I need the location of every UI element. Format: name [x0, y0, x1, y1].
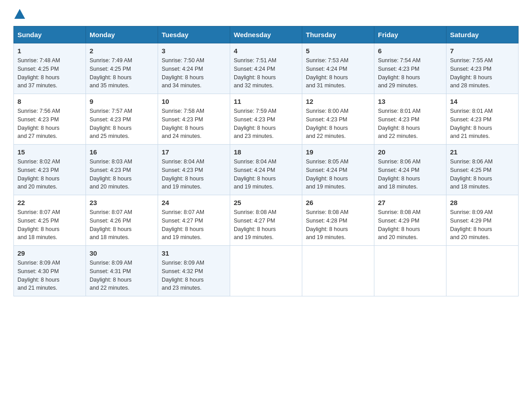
day-info: Sunrise: 8:03 AMSunset: 4:23 PMDaylight:… — [90, 158, 132, 190]
calendar-day-cell: 17 Sunrise: 8:04 AMSunset: 4:23 PMDaylig… — [158, 145, 230, 195]
calendar-day-cell: 12 Sunrise: 8:00 AMSunset: 4:23 PMDaylig… — [302, 94, 374, 145]
calendar-day-cell: 21 Sunrise: 8:06 AMSunset: 4:25 PMDaylig… — [446, 145, 519, 195]
day-info: Sunrise: 8:08 AMSunset: 4:28 PMDaylight:… — [306, 209, 348, 240]
calendar-week-row: 15 Sunrise: 8:02 AMSunset: 4:23 PMDaylig… — [14, 145, 519, 195]
day-info: Sunrise: 8:01 AMSunset: 4:23 PMDaylight:… — [378, 108, 420, 139]
calendar-day-cell: 4 Sunrise: 7:51 AMSunset: 4:24 PMDayligh… — [230, 43, 302, 94]
calendar-day-cell — [302, 246, 374, 296]
day-info: Sunrise: 8:08 AMSunset: 4:27 PMDaylight:… — [234, 209, 276, 240]
day-number: 13 — [378, 98, 442, 105]
calendar-week-row: 29 Sunrise: 8:09 AMSunset: 4:30 PMDaylig… — [14, 246, 519, 296]
calendar-day-cell: 31 Sunrise: 8:09 AMSunset: 4:32 PMDaylig… — [158, 246, 230, 296]
calendar-day-cell: 23 Sunrise: 8:07 AMSunset: 4:26 PMDaylig… — [86, 195, 158, 246]
day-info: Sunrise: 7:48 AMSunset: 4:25 PMDaylight:… — [17, 57, 60, 89]
day-number: 30 — [90, 249, 154, 257]
day-info: Sunrise: 8:09 AMSunset: 4:29 PMDaylight:… — [450, 209, 493, 240]
calendar-day-cell: 20 Sunrise: 8:06 AMSunset: 4:24 PMDaylig… — [374, 145, 446, 195]
day-of-week-header: Tuesday — [158, 26, 230, 43]
calendar-week-row: 8 Sunrise: 7:56 AMSunset: 4:23 PMDayligh… — [14, 94, 519, 145]
day-info: Sunrise: 8:06 AMSunset: 4:24 PMDaylight:… — [378, 158, 420, 190]
day-of-week-header: Sunday — [14, 26, 86, 43]
day-info: Sunrise: 8:00 AMSunset: 4:23 PMDaylight:… — [306, 108, 348, 139]
day-info: Sunrise: 7:49 AMSunset: 4:25 PMDaylight:… — [90, 57, 132, 89]
day-number: 31 — [162, 249, 226, 257]
day-of-week-header: Friday — [374, 26, 446, 43]
day-number: 4 — [234, 47, 298, 55]
day-info: Sunrise: 8:05 AMSunset: 4:24 PMDaylight:… — [306, 158, 348, 190]
calendar-day-cell: 28 Sunrise: 8:09 AMSunset: 4:29 PMDaylig… — [446, 195, 519, 246]
day-info: Sunrise: 7:59 AMSunset: 4:23 PMDaylight:… — [234, 108, 276, 139]
day-number: 6 — [378, 47, 442, 55]
calendar-day-cell: 18 Sunrise: 8:04 AMSunset: 4:24 PMDaylig… — [230, 145, 302, 195]
day-number: 28 — [450, 199, 515, 206]
calendar-header-row: SundayMondayTuesdayWednesdayThursdayFrid… — [14, 26, 519, 43]
calendar-day-cell: 15 Sunrise: 8:02 AMSunset: 4:23 PMDaylig… — [14, 145, 86, 195]
day-number: 18 — [234, 148, 298, 156]
calendar-day-cell: 14 Sunrise: 8:01 AMSunset: 4:23 PMDaylig… — [446, 94, 519, 145]
day-number: 21 — [450, 148, 515, 156]
day-number: 5 — [306, 47, 370, 55]
calendar-day-cell: 22 Sunrise: 8:07 AMSunset: 4:25 PMDaylig… — [14, 195, 86, 246]
calendar-day-cell: 9 Sunrise: 7:57 AMSunset: 4:23 PMDayligh… — [86, 94, 158, 145]
calendar-day-cell: 16 Sunrise: 8:03 AMSunset: 4:23 PMDaylig… — [86, 145, 158, 195]
day-number: 20 — [378, 148, 442, 156]
day-number: 22 — [17, 199, 82, 206]
day-info: Sunrise: 8:09 AMSunset: 4:32 PMDaylight:… — [162, 260, 204, 291]
day-number: 29 — [17, 249, 82, 257]
day-info: Sunrise: 7:55 AMSunset: 4:23 PMDaylight:… — [450, 57, 493, 89]
day-info: Sunrise: 8:07 AMSunset: 4:27 PMDaylight:… — [162, 209, 204, 240]
calendar-day-cell: 1 Sunrise: 7:48 AMSunset: 4:25 PMDayligh… — [14, 43, 86, 94]
day-number: 14 — [450, 98, 515, 105]
day-info: Sunrise: 8:08 AMSunset: 4:29 PMDaylight:… — [378, 209, 420, 240]
day-info: Sunrise: 7:53 AMSunset: 4:24 PMDaylight:… — [306, 57, 348, 89]
day-number: 26 — [306, 199, 370, 206]
day-number: 17 — [162, 148, 226, 156]
calendar-day-cell: 5 Sunrise: 7:53 AMSunset: 4:24 PMDayligh… — [302, 43, 374, 94]
calendar-week-row: 1 Sunrise: 7:48 AMSunset: 4:25 PMDayligh… — [14, 43, 519, 94]
calendar-day-cell: 30 Sunrise: 8:09 AMSunset: 4:31 PMDaylig… — [86, 246, 158, 296]
day-number: 19 — [306, 148, 370, 156]
day-info: Sunrise: 8:04 AMSunset: 4:23 PMDaylight:… — [162, 158, 204, 190]
day-number: 12 — [306, 98, 370, 105]
calendar-day-cell: 25 Sunrise: 8:08 AMSunset: 4:27 PMDaylig… — [230, 195, 302, 246]
day-of-week-header: Saturday — [446, 26, 519, 43]
day-info: Sunrise: 8:07 AMSunset: 4:26 PMDaylight:… — [90, 209, 132, 240]
day-info: Sunrise: 8:06 AMSunset: 4:25 PMDaylight:… — [450, 158, 493, 190]
day-number: 8 — [17, 98, 82, 105]
day-info: Sunrise: 8:09 AMSunset: 4:31 PMDaylight:… — [90, 260, 132, 291]
day-info: Sunrise: 8:01 AMSunset: 4:23 PMDaylight:… — [450, 108, 493, 139]
calendar-day-cell: 13 Sunrise: 8:01 AMSunset: 4:23 PMDaylig… — [374, 94, 446, 145]
calendar-table: SundayMondayTuesdayWednesdayThursdayFrid… — [13, 26, 519, 296]
calendar-day-cell: 24 Sunrise: 8:07 AMSunset: 4:27 PMDaylig… — [158, 195, 230, 246]
day-number: 23 — [90, 199, 154, 206]
calendar-day-cell — [446, 246, 519, 296]
day-number: 16 — [90, 148, 154, 156]
calendar-day-cell: 11 Sunrise: 7:59 AMSunset: 4:23 PMDaylig… — [230, 94, 302, 145]
day-number: 1 — [17, 47, 82, 55]
day-of-week-header: Thursday — [302, 26, 374, 43]
calendar-day-cell: 2 Sunrise: 7:49 AMSunset: 4:25 PMDayligh… — [86, 43, 158, 94]
day-number: 27 — [378, 199, 442, 206]
day-info: Sunrise: 8:07 AMSunset: 4:25 PMDaylight:… — [17, 209, 60, 240]
day-number: 25 — [234, 199, 298, 206]
day-number: 15 — [17, 148, 82, 156]
calendar-day-cell: 19 Sunrise: 8:05 AMSunset: 4:24 PMDaylig… — [302, 145, 374, 195]
day-number: 10 — [162, 98, 226, 105]
day-number: 3 — [162, 47, 226, 55]
calendar-day-cell: 27 Sunrise: 8:08 AMSunset: 4:29 PMDaylig… — [374, 195, 446, 246]
calendar-week-row: 22 Sunrise: 8:07 AMSunset: 4:25 PMDaylig… — [14, 195, 519, 246]
calendar-day-cell: 10 Sunrise: 7:58 AMSunset: 4:23 PMDaylig… — [158, 94, 230, 145]
calendar-day-cell: 7 Sunrise: 7:55 AMSunset: 4:23 PMDayligh… — [446, 43, 519, 94]
day-info: Sunrise: 8:02 AMSunset: 4:23 PMDaylight:… — [17, 158, 60, 190]
day-info: Sunrise: 7:54 AMSunset: 4:23 PMDaylight:… — [378, 57, 420, 89]
day-info: Sunrise: 7:50 AMSunset: 4:24 PMDaylight:… — [162, 57, 204, 89]
page-header — [13, 9, 519, 18]
calendar-day-cell — [230, 246, 302, 296]
calendar-day-cell: 6 Sunrise: 7:54 AMSunset: 4:23 PMDayligh… — [374, 43, 446, 94]
day-info: Sunrise: 7:56 AMSunset: 4:23 PMDaylight:… — [17, 108, 60, 139]
day-of-week-header: Monday — [86, 26, 158, 43]
day-info: Sunrise: 7:57 AMSunset: 4:23 PMDaylight:… — [90, 108, 132, 139]
logo-triangle-icon — [14, 9, 25, 19]
day-of-week-header: Wednesday — [230, 26, 302, 43]
logo — [13, 9, 25, 18]
